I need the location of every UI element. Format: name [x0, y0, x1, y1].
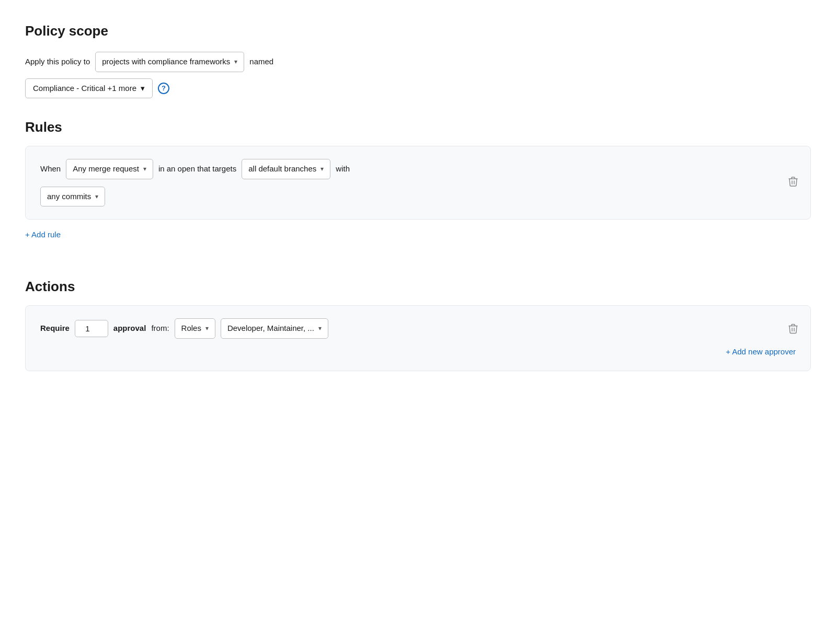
commits-dropdown-label: any commits	[47, 191, 91, 203]
commits-dropdown[interactable]: any commits ▾	[40, 187, 105, 207]
require-text: Require	[40, 323, 70, 335]
commits-dropdown-chevron: ▾	[95, 192, 98, 201]
rule-card: When Any merge request ▾ in an open that…	[25, 146, 811, 220]
compliance-dropdown[interactable]: Compliance - Critical +1 more ▾	[25, 78, 153, 99]
action-card: Require approval from: Roles ▾ Developer…	[25, 305, 811, 371]
rules-title: Rules	[25, 117, 811, 137]
branches-dropdown-label: all default branches	[248, 163, 316, 175]
named-text: named	[249, 56, 273, 68]
action-row: Require approval from: Roles ▾ Developer…	[40, 318, 796, 339]
rules-section: Rules When Any merge request ▾ in an ope…	[25, 117, 811, 262]
trash-icon-action	[788, 324, 798, 334]
roles-dropdown[interactable]: Roles ▾	[175, 318, 215, 339]
policy-scope-row: Apply this policy to projects with compl…	[25, 52, 811, 72]
merge-request-dropdown-chevron: ▾	[143, 164, 146, 174]
trash-icon	[788, 176, 798, 187]
delete-action-button[interactable]	[786, 321, 800, 339]
add-approver-button[interactable]: + Add new approver	[726, 345, 796, 358]
rule-row-top: When Any merge request ▾ in an open that…	[40, 159, 796, 179]
approvers-dropdown-label: Developer, Maintainer, ...	[227, 323, 314, 335]
rule-row-bottom: any commits ▾	[40, 187, 796, 207]
with-text: with	[336, 163, 350, 175]
compliance-dropdown-chevron: ▾	[141, 83, 145, 95]
approvers-dropdown[interactable]: Developer, Maintainer, ... ▾	[221, 318, 328, 339]
scope-dropdown[interactable]: projects with compliance frameworks ▾	[95, 52, 244, 72]
compliance-row: Compliance - Critical +1 more ▾ ?	[25, 78, 811, 99]
from-text: from:	[151, 323, 169, 335]
actions-title: Actions	[25, 277, 811, 297]
merge-request-dropdown[interactable]: Any merge request ▾	[66, 159, 153, 179]
branches-dropdown-chevron: ▾	[320, 164, 324, 174]
help-icon-label: ?	[162, 83, 166, 94]
roles-dropdown-chevron: ▾	[205, 324, 209, 333]
approval-count-input[interactable]	[75, 320, 108, 337]
add-approver-label: + Add new approver	[726, 347, 796, 356]
roles-dropdown-label: Roles	[181, 323, 201, 335]
policy-scope-section: Policy scope Apply this policy to projec…	[25, 21, 811, 98]
apply-text: Apply this policy to	[25, 56, 90, 68]
branches-dropdown[interactable]: all default branches ▾	[242, 159, 330, 179]
compliance-dropdown-label: Compliance - Critical +1 more	[33, 83, 136, 95]
actions-section: Actions Require approval from: Roles ▾ D…	[25, 277, 811, 371]
delete-rule-button[interactable]	[786, 174, 800, 191]
add-rule-button[interactable]: + Add rule	[25, 228, 61, 241]
scope-dropdown-chevron: ▾	[234, 57, 237, 66]
scope-dropdown-label: projects with compliance frameworks	[102, 56, 230, 68]
action-bottom-row: + Add new approver	[40, 345, 796, 358]
policy-scope-title: Policy scope	[25, 21, 811, 41]
approval-text: approval	[113, 323, 146, 335]
add-rule-label: + Add rule	[25, 230, 61, 239]
approvers-dropdown-chevron: ▾	[318, 324, 322, 333]
help-icon[interactable]: ?	[158, 83, 169, 94]
merge-request-dropdown-label: Any merge request	[73, 163, 139, 175]
in-open-text: in an open that targets	[158, 163, 236, 175]
when-text: When	[40, 163, 61, 175]
